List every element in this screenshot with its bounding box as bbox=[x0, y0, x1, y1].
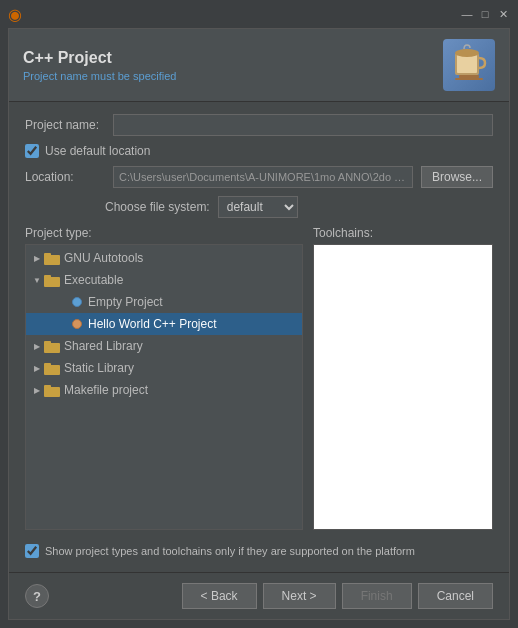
svg-rect-3 bbox=[459, 75, 479, 78]
two-column-section: Project type: GNU Autotools bbox=[25, 226, 493, 530]
svg-rect-1 bbox=[457, 55, 477, 73]
label-executable: Executable bbox=[64, 273, 123, 287]
label-makefile-project: Makefile project bbox=[64, 383, 148, 397]
browse-button[interactable]: Browse... bbox=[421, 166, 493, 188]
dot-icon-empty-project bbox=[72, 297, 82, 307]
location-row: Location: Browse... bbox=[25, 166, 493, 188]
app-icon: ◉ bbox=[8, 5, 22, 24]
arrow-executable bbox=[30, 273, 44, 287]
platform-filter-label: Show project types and toolchains only i… bbox=[45, 545, 415, 557]
minimize-button[interactable]: — bbox=[460, 7, 474, 21]
location-label: Location: bbox=[25, 170, 105, 184]
platform-filter-checkbox[interactable] bbox=[25, 544, 39, 558]
location-input[interactable] bbox=[113, 166, 413, 188]
project-type-section: Project type: GNU Autotools bbox=[25, 226, 303, 530]
folder-icon-shared-library bbox=[44, 339, 60, 353]
svg-rect-14 bbox=[44, 385, 51, 389]
use-default-location-row: Use default location bbox=[25, 144, 493, 158]
toolchains-list[interactable] bbox=[313, 244, 493, 530]
dialog-body: Project name: Use default location Locat… bbox=[9, 102, 509, 572]
project-name-input[interactable] bbox=[113, 114, 493, 136]
tree-item-makefile-project[interactable]: Makefile project bbox=[26, 379, 302, 401]
svg-rect-12 bbox=[44, 363, 51, 367]
title-bar-left: ◉ bbox=[8, 5, 22, 24]
close-button[interactable]: ✕ bbox=[496, 7, 510, 21]
bottom-checkbox-row: Show project types and toolchains only i… bbox=[25, 538, 493, 560]
footer-buttons: < Back Next > Finish Cancel bbox=[182, 583, 493, 609]
tree-item-executable[interactable]: Executable bbox=[26, 269, 302, 291]
filesystem-select[interactable]: default bbox=[218, 196, 298, 218]
folder-icon-static-library bbox=[44, 361, 60, 375]
svg-rect-8 bbox=[44, 275, 51, 279]
tree-item-gnu-autotools[interactable]: GNU Autotools bbox=[26, 247, 302, 269]
project-type-tree[interactable]: GNU Autotools Executable bbox=[25, 244, 303, 530]
dot-icon-hello-world bbox=[72, 319, 82, 329]
dialog-title: C++ Project bbox=[23, 49, 176, 67]
finish-button[interactable]: Finish bbox=[342, 583, 412, 609]
use-default-location-label: Use default location bbox=[45, 144, 150, 158]
svg-rect-6 bbox=[44, 253, 51, 257]
project-name-label: Project name: bbox=[25, 118, 105, 132]
label-gnu-autotools: GNU Autotools bbox=[64, 251, 143, 265]
help-button[interactable]: ? bbox=[25, 584, 49, 608]
cancel-button[interactable]: Cancel bbox=[418, 583, 493, 609]
label-hello-world: Hello World C++ Project bbox=[88, 317, 217, 331]
dialog: C++ Project Project name must be specifi… bbox=[8, 28, 510, 620]
dialog-header: C++ Project Project name must be specifi… bbox=[9, 29, 509, 102]
label-empty-project: Empty Project bbox=[88, 295, 163, 309]
dialog-footer: ? < Back Next > Finish Cancel bbox=[9, 572, 509, 619]
tree-item-shared-library[interactable]: Shared Library bbox=[26, 335, 302, 357]
folder-icon-executable bbox=[44, 273, 60, 287]
folder-icon-makefile-project bbox=[44, 383, 60, 397]
arrow-static-library bbox=[30, 361, 44, 375]
project-name-row: Project name: bbox=[25, 114, 493, 136]
tree-item-empty-project[interactable]: Empty Project bbox=[26, 291, 302, 313]
dialog-subtitle: Project name must be specified bbox=[23, 70, 176, 82]
dialog-header-image bbox=[443, 39, 495, 91]
folder-icon-gnu-autotools bbox=[44, 251, 60, 265]
filesystem-label: Choose file system: bbox=[105, 200, 210, 214]
filesystem-row: Choose file system: default bbox=[105, 196, 493, 218]
dialog-header-text: C++ Project Project name must be specifi… bbox=[23, 49, 176, 82]
use-default-location-checkbox[interactable] bbox=[25, 144, 39, 158]
tree-item-static-library[interactable]: Static Library bbox=[26, 357, 302, 379]
back-button[interactable]: < Back bbox=[182, 583, 257, 609]
title-bar-controls: — □ ✕ bbox=[460, 7, 510, 21]
svg-point-2 bbox=[455, 49, 479, 57]
toolchains-label: Toolchains: bbox=[313, 226, 493, 240]
arrow-gnu-autotools bbox=[30, 251, 44, 265]
project-type-label: Project type: bbox=[25, 226, 303, 240]
label-static-library: Static Library bbox=[64, 361, 134, 375]
svg-rect-10 bbox=[44, 341, 51, 345]
arrow-shared-library bbox=[30, 339, 44, 353]
label-shared-library: Shared Library bbox=[64, 339, 143, 353]
toolchains-section: Toolchains: bbox=[313, 226, 493, 530]
tree-item-hello-world[interactable]: Hello World C++ Project bbox=[26, 313, 302, 335]
title-bar: ◉ — □ ✕ bbox=[0, 0, 518, 28]
cup-icon bbox=[449, 43, 489, 87]
arrow-makefile-project bbox=[30, 383, 44, 397]
next-button[interactable]: Next > bbox=[263, 583, 336, 609]
svg-rect-4 bbox=[455, 78, 483, 80]
maximize-button[interactable]: □ bbox=[478, 7, 492, 21]
